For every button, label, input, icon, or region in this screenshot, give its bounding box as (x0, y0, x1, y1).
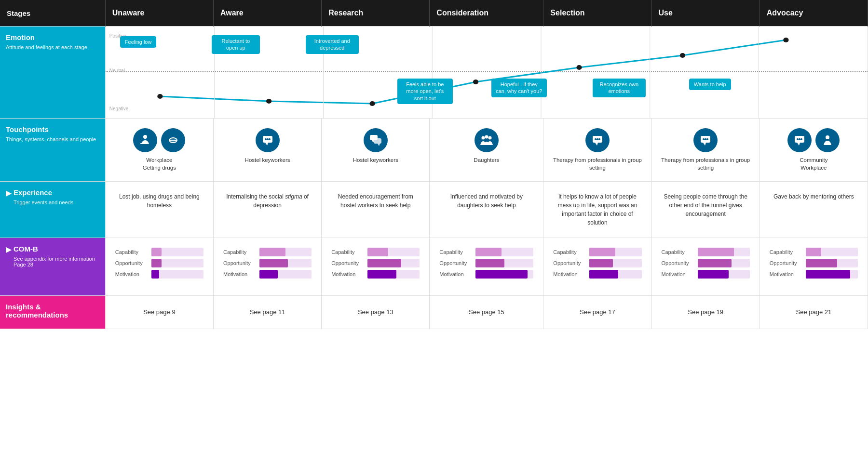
insights-text-consideration: See page 15 (435, 301, 537, 323)
experience-selection: It helps to know a lot of people mess up… (543, 182, 651, 238)
comb-cap-label-research: Capability (331, 249, 367, 255)
use-header: Use (651, 0, 760, 27)
comb-opp-label-use: Opportunity (662, 260, 698, 266)
chat-icon-selection (585, 128, 610, 152)
comb-bars-aware: Capability Opportunity Motivation (219, 243, 315, 286)
touchpoint-icons-selection (585, 128, 610, 152)
insights-label-cell: Insights & recommendations (0, 296, 105, 329)
experience-text-selection: It helps to know a lot of people mess up… (549, 186, 645, 233)
insights-selection: See page 17 (543, 296, 651, 329)
experience-use: Seeing people come through the other end… (651, 182, 760, 238)
emotion-tag-selection: Hopeful - if they can, why can't you? (491, 79, 547, 97)
advocacy-header: Advocacy (760, 0, 868, 27)
svg-point-5 (680, 53, 685, 58)
svg-point-27 (481, 136, 485, 140)
comb-aware: Capability Opportunity Motivation (213, 238, 321, 296)
insights-use: See page 19 (651, 296, 760, 329)
header-row: Stages Unaware Aware Research Considerat… (0, 0, 868, 27)
svg-point-33 (597, 138, 598, 140)
touchpoints-label-advocacy: Community Workplace (800, 156, 827, 172)
touchpoint-content-research: Hostel keyworkers (327, 123, 423, 169)
comb-mot-label-consideration: Motivation (439, 271, 475, 277)
insights-title: Insights & recommendations (6, 303, 99, 319)
comb-bars-use: Capability Opportunity Motivation (658, 243, 754, 286)
emotion-subtitle: Attitude and feelings at each stage (6, 44, 99, 50)
svg-point-42 (797, 138, 799, 140)
svg-point-37 (703, 138, 705, 140)
touchpoint-icons-research (364, 128, 388, 152)
touchpoints-consideration: Daughters (430, 119, 543, 182)
comb-cap-label-use: Capability (662, 249, 698, 255)
experience-text-aware: Internalising the social stigma of depre… (219, 186, 315, 215)
comb-mot-label-use: Motivation (662, 271, 698, 277)
comb-cap-fill-unaware (151, 248, 162, 256)
comb-use: Capability Opportunity Motivation (651, 238, 760, 296)
comb-opp-fill-aware (259, 259, 288, 267)
svg-point-45 (826, 135, 829, 139)
svg-rect-14 (140, 143, 144, 144)
comb-unaware: Capability Opportunity Motivation (105, 238, 213, 296)
touchpoints-advocacy: Community Workplace (760, 119, 868, 182)
emotion-row: Emotion Attitude and feelings at each st… (0, 27, 868, 119)
consideration-header: Consideration (430, 0, 543, 27)
chat-icon-aware (256, 128, 280, 152)
comb-opp-row-unaware: Opportunity (115, 259, 203, 267)
svg-point-39 (706, 138, 708, 140)
experience-text-unaware: Lost job, using drugs and being homeless (111, 186, 207, 215)
comb-research: Capability Opportunity Motivation (322, 238, 430, 296)
neutral-line (106, 71, 868, 72)
comb-cap-row-unaware: Capability (115, 248, 203, 256)
comb-bars-selection: Capability Opportunity Motivation (549, 243, 645, 286)
svg-marker-41 (797, 143, 800, 146)
svg-point-21 (267, 138, 269, 140)
comb-mot-label-research: Motivation (331, 271, 367, 277)
svg-point-43 (799, 138, 800, 140)
comb-cap-fill-aware (259, 248, 285, 256)
emotion-chart: Positive Neutral Negative (106, 27, 868, 118)
comb-subtitle: See appendix for more information Page 2… (14, 256, 99, 267)
comb-cap-label-advocacy: Capability (770, 249, 806, 255)
comb-cap-label-unaware: Capability (115, 249, 151, 255)
touchpoints-subtitle: Things, systems, channels and people (6, 136, 99, 142)
person-icon-advocacy (815, 128, 840, 152)
svg-point-1 (266, 99, 271, 104)
journey-map-table: Stages Unaware Aware Research Considerat… (0, 0, 868, 329)
comb-opp-fill-use (698, 259, 732, 267)
comb-mot-fill-advocacy (806, 270, 850, 279)
touchpoint-content-unaware: Workplace Getting drugs (111, 123, 207, 176)
comb-opp-label-unaware: Opportunity (115, 260, 151, 266)
comb-mot-fill-consideration (475, 270, 528, 279)
chat-icon-use (693, 128, 718, 152)
svg-point-6 (783, 38, 788, 42)
insights-text-use: See page 19 (658, 301, 754, 323)
touchpoints-research: Hostel keyworkers (322, 119, 430, 182)
svg-point-0 (157, 94, 163, 99)
comb-cap-fill-consideration (475, 248, 502, 256)
svg-point-38 (705, 138, 706, 140)
experience-text-use: Seeing people come through the other end… (658, 186, 754, 224)
touchpoints-selection: Therapy from professionals in group sett… (543, 119, 651, 182)
comb-mot-fill-research (367, 270, 396, 279)
svg-point-3 (473, 80, 478, 84)
svg-point-28 (485, 135, 488, 139)
comb-opp-label-consideration: Opportunity (439, 260, 475, 266)
touchpoints-row: Touchpoints Things, systems, channels an… (0, 119, 868, 182)
comb-opp-label-aware: Opportunity (223, 260, 259, 266)
touchpoints-label-research: Hostel keyworkers (353, 156, 398, 164)
insights-consideration: See page 15 (430, 296, 543, 329)
comb-bars-advocacy: Capability Opportunity Motivation (766, 243, 862, 286)
svg-point-32 (595, 138, 597, 140)
comb-cap-track-unaware (151, 248, 203, 256)
svg-marker-31 (595, 143, 598, 146)
touchpoint-content-selection: Therapy from professionals in group sett… (549, 123, 645, 176)
comb-mot-fill-unaware (151, 270, 159, 279)
comb-mot-label-advocacy: Motivation (770, 271, 806, 277)
comb-bars-consideration: Capability Opportunity Motivation (435, 243, 537, 286)
insights-aware: See page 11 (213, 296, 321, 329)
insights-text-aware: See page 11 (219, 301, 315, 323)
touchpoint-content-use: Therapy from professionals in group sett… (658, 123, 754, 176)
experience-research: Needed encouragement from hostel workers… (322, 182, 430, 238)
emotion-tag-aware: Reluctant to open up (212, 35, 260, 54)
comb-cap-label-selection: Capability (553, 249, 589, 255)
emotion-title: Emotion (6, 33, 99, 41)
